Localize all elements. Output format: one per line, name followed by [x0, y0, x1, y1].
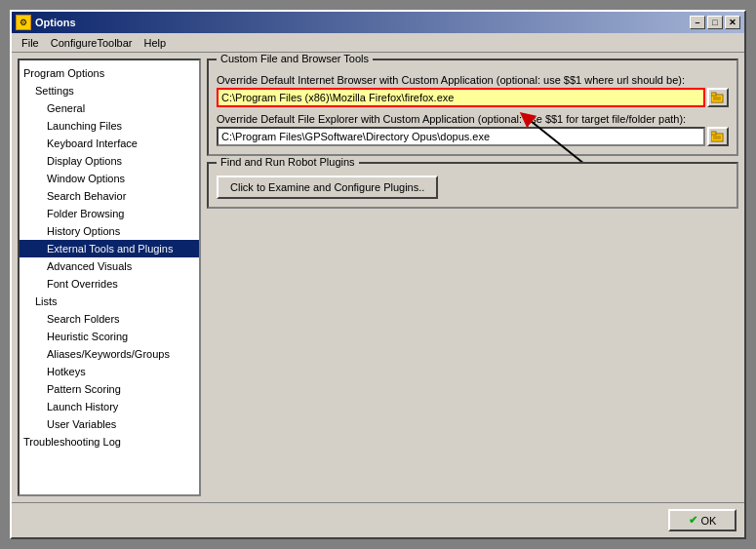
browser-browse-button[interactable] [707, 88, 729, 107]
sidebar-item-aliases[interactable]: Aliases/Keywords/Groups [20, 345, 199, 363]
minimize-button[interactable]: – [690, 16, 705, 29]
title-bar-left: ⚙ Options [16, 15, 76, 30]
plugins-title: Find and Run Robot Plugins [217, 156, 359, 168]
sidebar-item-search-folders[interactable]: Search Folders [20, 310, 199, 328]
menu-bar: File ConfigureToolbar Help [12, 33, 744, 53]
sidebar-item-history-options[interactable]: History Options [20, 222, 199, 240]
options-window: ⚙ Options – □ ✕ File ConfigureToolbar He… [10, 10, 746, 539]
sidebar-item-external-tools[interactable]: External Tools and Plugins [20, 240, 199, 257]
title-bar: ⚙ Options – □ ✕ [12, 12, 744, 33]
browser-label: Override Default Internet Browser with C… [217, 74, 729, 86]
explorer-input[interactable] [217, 127, 705, 146]
explorer-field-row: Override Default File Explorer with Cust… [217, 113, 729, 146]
sidebar-item-launch-history[interactable]: Launch History [20, 398, 199, 415]
window-icon: ⚙ [16, 15, 31, 30]
menu-file[interactable]: File [16, 35, 45, 51]
sidebar-item-keyboard-interface[interactable]: Keyboard Interface [20, 135, 199, 152]
browser-input[interactable] [217, 88, 705, 107]
svg-rect-1 [711, 93, 716, 96]
sidebar-item-folder-browsing[interactable]: Folder Browsing [20, 205, 199, 222]
svg-rect-5 [711, 132, 716, 135]
close-button[interactable]: ✕ [725, 16, 740, 29]
configure-plugins-button[interactable]: Click to Examine and Configure Plugins.. [217, 176, 438, 199]
explorer-input-row [217, 127, 729, 146]
sidebar-item-heuristic-scoring[interactable]: Heuristic Scoring [20, 328, 199, 345]
maximize-button[interactable]: □ [707, 16, 723, 29]
browser-field-row: Override Default Internet Browser with C… [217, 74, 729, 107]
window-title: Options [35, 17, 76, 28]
plugins-group: Find and Run Robot Plugins Click to Exam… [207, 162, 738, 209]
sidebar-item-program-options[interactable]: Program Options [20, 64, 199, 82]
title-buttons: – □ ✕ [690, 16, 740, 29]
sidebar-item-general[interactable]: General [20, 99, 199, 117]
sidebar-item-user-variables[interactable]: User Variables [20, 415, 199, 433]
menu-configure-toolbar[interactable]: ConfigureToolbar [45, 35, 139, 51]
sidebar-item-search-behavior[interactable]: Search Behavior [20, 187, 199, 205]
folder-open-icon-2 [711, 131, 725, 142]
content-area: Program Options Settings General Launchi… [12, 53, 744, 502]
sidebar-item-advanced-visuals[interactable]: Advanced Visuals [20, 257, 199, 275]
main-panel: Custom File and Browser Tools Override D… [207, 59, 738, 496]
custom-tools-title: Custom File and Browser Tools [217, 53, 373, 64]
custom-tools-group: Custom File and Browser Tools Override D… [207, 59, 738, 156]
folder-open-icon [711, 92, 725, 103]
browser-input-row [217, 88, 729, 107]
sidebar-item-settings[interactable]: Settings [20, 82, 199, 99]
sidebar-item-launching-files[interactable]: Launching Files [20, 117, 199, 135]
sidebar-item-lists[interactable]: Lists [20, 293, 199, 310]
sidebar-item-troubleshooting[interactable]: Troubleshooting Log [20, 433, 199, 451]
menu-help[interactable]: Help [139, 35, 173, 51]
sidebar-item-window-options[interactable]: Window Options [20, 170, 199, 187]
explorer-label: Override Default File Explorer with Cust… [217, 113, 729, 125]
ok-button[interactable]: ✔ OK [668, 509, 736, 531]
sidebar: Program Options Settings General Launchi… [18, 59, 201, 496]
explorer-browse-button[interactable] [707, 127, 729, 146]
ok-label: OK [701, 515, 717, 527]
sidebar-item-hotkeys[interactable]: Hotkeys [20, 363, 199, 380]
ok-checkmark: ✔ [689, 514, 697, 527]
sidebar-item-font-overrides[interactable]: Font Overrides [20, 275, 199, 293]
bottom-bar: ✔ OK [12, 502, 744, 537]
sidebar-item-display-options[interactable]: Display Options [20, 152, 199, 170]
spacer [207, 215, 738, 496]
sidebar-item-pattern-scoring[interactable]: Pattern Scoring [20, 380, 199, 398]
